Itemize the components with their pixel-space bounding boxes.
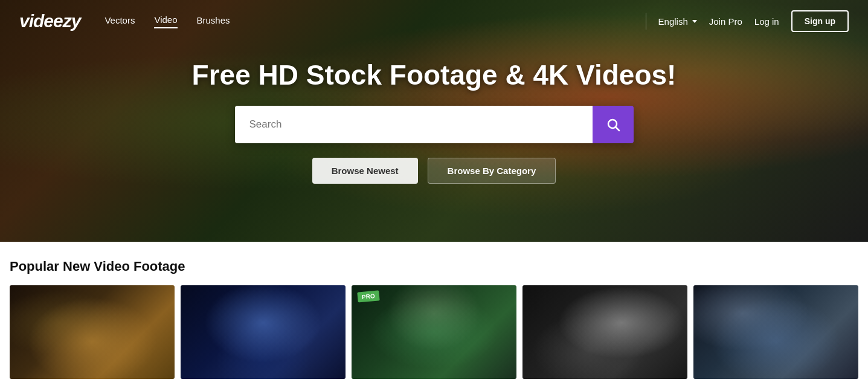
chevron-down-icon <box>692 20 697 23</box>
login-link[interactable]: Log in <box>754 16 779 27</box>
hero-title-part1: Free HD Stock Footage <box>192 59 498 91</box>
browse-row: Browse Newest Browse By Category <box>312 158 556 184</box>
join-pro-link[interactable]: Join Pro <box>709 16 742 27</box>
nav-link-brushes[interactable]: Brushes <box>197 15 230 28</box>
nav-right: English Join Pro Log in Sign up <box>646 10 849 32</box>
nav-link-video[interactable]: Video <box>154 15 177 28</box>
search-button[interactable] <box>593 106 634 143</box>
hero-title-ampersand: & <box>505 59 533 91</box>
video-card-1[interactable] <box>10 285 175 379</box>
logo[interactable]: videezy <box>19 11 80 31</box>
browse-newest-button[interactable]: Browse Newest <box>312 158 418 184</box>
video-card-3[interactable]: PRO <box>352 285 516 379</box>
video-card-2[interactable] <box>181 285 346 379</box>
nav-divider <box>646 13 646 30</box>
hero-title-part2: 4K Videos! <box>533 59 676 91</box>
video-card-4[interactable] <box>522 285 687 379</box>
language-label: English <box>658 16 688 27</box>
nav-link-vectors[interactable]: Vectors <box>104 15 135 28</box>
svg-line-1 <box>616 127 619 131</box>
video-card-5[interactable] <box>693 285 858 379</box>
popular-section-title: Popular New Video Footage <box>10 259 858 274</box>
search-bar <box>235 106 634 143</box>
hero-title: Free HD Stock Footage & 4K Videos! <box>192 59 677 91</box>
video-grid: PRO <box>10 285 858 379</box>
hero-section: videezy Vectors Video Brushes English Jo… <box>0 0 868 242</box>
search-icon <box>606 117 620 132</box>
browse-category-button[interactable]: Browse By Category <box>428 158 556 184</box>
nav-links: Vectors Video Brushes <box>104 15 230 28</box>
search-input[interactable] <box>235 106 593 143</box>
popular-section: Popular New Video Footage PRO <box>0 242 868 379</box>
language-selector[interactable]: English <box>658 16 697 27</box>
nav-left: videezy Vectors Video Brushes <box>19 11 230 31</box>
pro-badge: PRO <box>357 290 379 302</box>
navbar: videezy Vectors Video Brushes English Jo… <box>0 0 868 42</box>
hero-content: Free HD Stock Footage & 4K Videos! Brows… <box>0 59 868 184</box>
signup-button[interactable]: Sign up <box>791 10 849 32</box>
